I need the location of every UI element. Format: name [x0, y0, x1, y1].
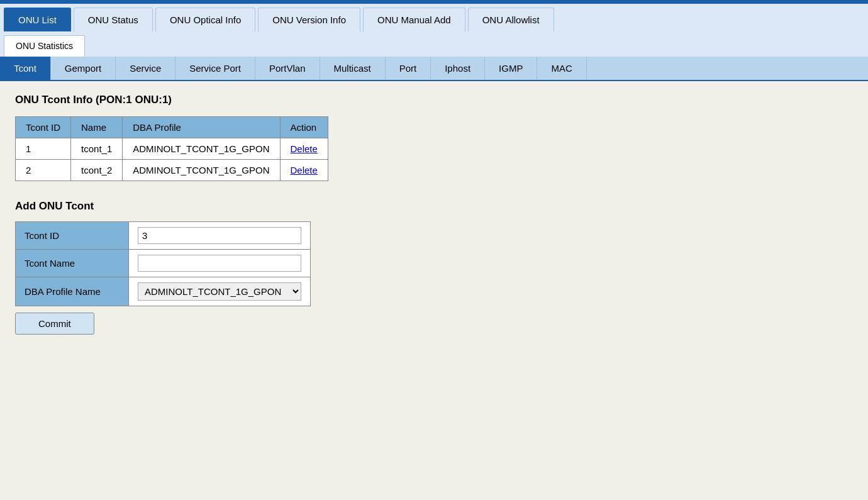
main-nav-tab-onu-optical-info[interactable]: ONU Optical Info [155, 8, 255, 31]
add-table-row-tcont-id: Tcont ID [16, 222, 311, 250]
sub-nav-tab-port[interactable]: Port [386, 57, 431, 80]
main-nav-tab-onu-allowlist[interactable]: ONU Allowlist [468, 8, 554, 31]
sub-nav-tab-iphost[interactable]: Iphost [431, 57, 485, 80]
col-header-action: Action [280, 117, 328, 138]
main-nav-tab-onu-list[interactable]: ONU List [4, 8, 71, 31]
col-header-tcont-id: Tcont ID [16, 117, 71, 138]
cell-dba-profile: ADMINOLT_TCONT_1G_GPON [123, 160, 280, 181]
sub-nav: Tcont Gemport Service Service Port PortV… [0, 57, 868, 81]
cell-name: tcont_2 [71, 160, 123, 181]
sub-nav-tab-multicast[interactable]: Multicast [320, 57, 386, 80]
content-area: ONU Tcont Info (PON:1 ONU:1) Tcont ID Na… [0, 81, 868, 347]
tcont-name-label: Tcont Name [16, 250, 129, 277]
info-section-title: ONU Tcont Info (PON:1 ONU:1) [15, 94, 853, 106]
tcont-info-table: Tcont ID Name DBA Profile Action 1 tcont… [15, 116, 328, 181]
dba-profile-label: DBA Profile Name [16, 277, 129, 306]
cell-action: Delete [280, 160, 328, 181]
tcont-id-label: Tcont ID [16, 222, 129, 250]
add-table-row-dba-profile: DBA Profile Name ADMINOLT_TCONT_1G_GPONA… [16, 277, 311, 306]
cell-tcont-id: 1 [16, 138, 71, 160]
add-table-row-tcont-name: Tcont Name [16, 250, 311, 277]
add-section-title: Add ONU Tcont [15, 200, 853, 213]
sub-nav-tab-service[interactable]: Service [116, 57, 175, 80]
cell-dba-profile: ADMINOLT_TCONT_1G_GPON [123, 138, 280, 160]
main-nav-tab-onu-status[interactable]: ONU Status [74, 8, 153, 31]
dba-profile-select[interactable]: ADMINOLT_TCONT_1G_GPONADMINOLT_TCONT_1G_… [138, 282, 301, 301]
add-tcont-table: Tcont ID Tcont Name DBA Profile Name ADM… [15, 221, 311, 306]
commit-button[interactable]: Commit [15, 313, 94, 335]
sub-nav-tab-portvlan[interactable]: PortVlan [255, 57, 320, 80]
sub-nav-tab-service-port[interactable]: Service Port [175, 57, 255, 80]
tcont-id-input[interactable] [138, 227, 301, 244]
main-nav-tab-onu-version-info[interactable]: ONU Version Info [258, 8, 360, 31]
dba-profile-cell: ADMINOLT_TCONT_1G_GPONADMINOLT_TCONT_1G_… [129, 277, 311, 306]
sub-nav-tab-mac[interactable]: MAC [537, 57, 586, 80]
delete-link[interactable]: Delete [291, 165, 318, 175]
table-row: 1 tcont_1 ADMINOLT_TCONT_1G_GPON Delete [16, 138, 328, 160]
col-header-dba-profile: DBA Profile [123, 117, 280, 138]
cell-tcont-id: 2 [16, 160, 71, 181]
cell-action: Delete [280, 138, 328, 160]
sub-nav-tab-igmp[interactable]: IGMP [485, 57, 537, 80]
delete-link[interactable]: Delete [291, 143, 318, 154]
sub-nav-tab-gemport[interactable]: Gemport [51, 57, 116, 80]
main-nav: ONU List ONU Status ONU Optical Info ONU… [0, 4, 868, 31]
cell-name: tcont_1 [71, 138, 123, 160]
secondary-nav: ONU Statistics [0, 31, 868, 57]
col-header-name: Name [71, 117, 123, 138]
secondary-nav-tab-onu-statistics[interactable]: ONU Statistics [4, 35, 85, 57]
tcont-id-cell [129, 222, 311, 250]
sub-nav-tab-tcont[interactable]: Tcont [0, 57, 51, 80]
main-nav-tab-onu-manual-add[interactable]: ONU Manual Add [363, 8, 465, 31]
tcont-name-cell [129, 250, 311, 277]
table-row: 2 tcont_2 ADMINOLT_TCONT_1G_GPON Delete [16, 160, 328, 181]
tcont-name-input[interactable] [138, 255, 301, 272]
